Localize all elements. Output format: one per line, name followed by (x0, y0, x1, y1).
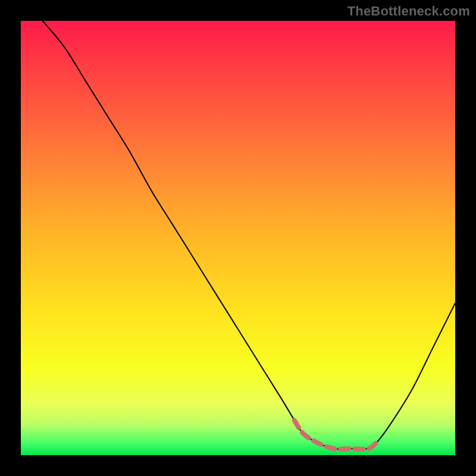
chart-svg (21, 21, 455, 455)
optimal-range-marker-path (295, 421, 377, 449)
plot-area (21, 21, 455, 455)
bottleneck-curve-path (43, 21, 456, 449)
chart-container: TheBottleneck.com (0, 0, 476, 476)
watermark-text: TheBottleneck.com (347, 4, 470, 19)
